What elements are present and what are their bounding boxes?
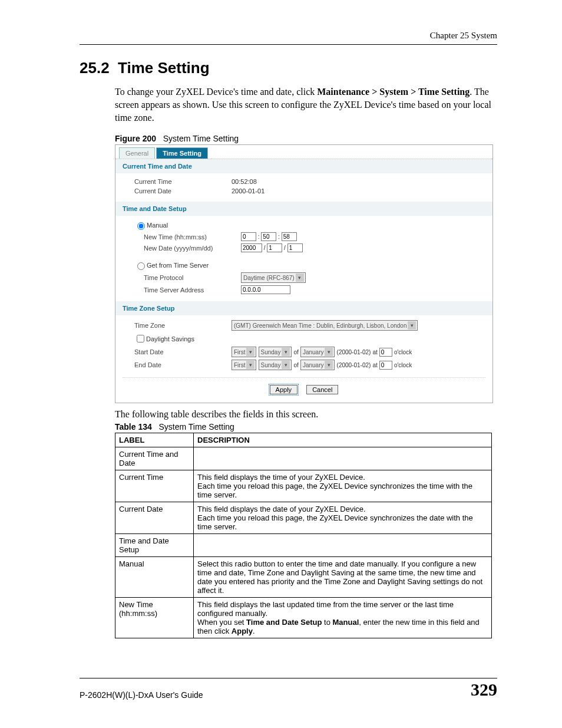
label-cell: Current Date <box>115 502 194 534</box>
getfrom-radio[interactable] <box>137 262 145 270</box>
table-intro: The following table describes the fields… <box>115 409 497 420</box>
start-ordinal-select[interactable]: First▾ <box>232 347 256 357</box>
current-date-value: 2000-01-01 <box>232 187 265 195</box>
start-month-select[interactable]: January▾ <box>300 347 335 357</box>
end-ordinal-select[interactable]: First▾ <box>232 360 256 370</box>
current-date-label: Current Date <box>134 187 232 195</box>
tab-time-setting[interactable]: Time Setting <box>156 147 208 159</box>
section-heading: 25.2 Time Setting <box>80 59 497 77</box>
description-cell <box>194 447 492 470</box>
screenshot-panel: General Time Setting Current Time and Da… <box>115 144 493 403</box>
time-zone-label: Time Zone <box>134 322 232 329</box>
guide-name: P-2602H(W)(L)-DxA User's Guide <box>80 690 203 700</box>
table-row: ManualSelect this radio button to enter … <box>115 557 492 598</box>
new-date-label: New Date (yyyy/mm/dd) <box>144 245 241 252</box>
end-computed-date: (2000-01-02) <box>337 362 371 368</box>
getfrom-label: Get from Time Server <box>147 262 209 269</box>
chevron-down-icon: ▾ <box>282 348 290 356</box>
chevron-down-icon: ▾ <box>325 348 333 356</box>
new-date-mm[interactable] <box>267 243 282 252</box>
chevron-down-icon: ▾ <box>246 348 254 356</box>
label-cell: Manual <box>115 557 194 598</box>
figure-title: System Time Setting <box>163 134 239 143</box>
table-row: Current TimeThis field displays the time… <box>115 470 492 502</box>
new-date-yyyy[interactable] <box>241 243 262 252</box>
start-day-select[interactable]: Sunday▾ <box>259 347 292 357</box>
chevron-down-icon: ▾ <box>282 361 290 369</box>
time-server-addr-input[interactable] <box>241 285 290 294</box>
chapter-header: Chapter 25 System <box>80 31 497 44</box>
table-number: Table 134 <box>115 422 152 431</box>
table-caption: Table 134 System Time Setting <box>115 422 497 431</box>
table-row: Time and Date Setup <box>115 534 492 557</box>
description-cell: This field displays the time of your ZyX… <box>194 470 492 502</box>
time-zone-select[interactable]: (GMT) Greenwich Mean Time : Dublin, Edin… <box>232 320 418 331</box>
end-day-select[interactable]: Sunday▾ <box>259 360 292 370</box>
table-row: New Time (hh:mm:ss)This field displays t… <box>115 598 492 638</box>
current-time-value: 00:52:08 <box>232 178 257 185</box>
apply-button[interactable]: Apply <box>270 385 298 394</box>
page-number: 329 <box>471 680 497 700</box>
table-title: System Time Setting <box>158 422 234 431</box>
start-date-label: Start Date <box>134 348 232 355</box>
end-hour-input[interactable] <box>379 361 392 370</box>
chevron-down-icon: ▾ <box>246 361 254 369</box>
time-server-addr-label: Time Server Address <box>144 286 241 294</box>
section-time-zone-setup: Time Zone Setup <box>115 301 492 315</box>
time-protocol-select[interactable]: Daytime (RFC-867) ▾ <box>241 272 306 283</box>
section-number: 25.2 <box>80 59 110 77</box>
cancel-button[interactable]: Cancel <box>306 385 338 394</box>
section-current-time-date: Current Time and Date <box>115 159 492 173</box>
top-rule <box>80 44 497 45</box>
description-cell: This field displays the date of your ZyX… <box>194 502 492 534</box>
table-row: Current DateThis field displays the date… <box>115 502 492 534</box>
chevron-down-icon: ▾ <box>296 274 304 282</box>
description-cell <box>194 534 492 557</box>
label-cell: Current Time <box>115 470 194 502</box>
description-table: LABEL DESCRIPTION Current Time and DateC… <box>115 433 492 638</box>
table-row: Current Time and Date <box>115 447 492 470</box>
time-protocol-label: Time Protocol <box>144 274 241 281</box>
end-date-label: End Date <box>134 361 232 368</box>
new-time-ss[interactable] <box>282 232 297 241</box>
current-time-label: Current Time <box>134 178 232 185</box>
figure-caption: Figure 200 System Time Setting <box>115 134 497 143</box>
label-cell: New Time (hh:mm:ss) <box>115 598 194 638</box>
col-description: DESCRIPTION <box>194 433 492 447</box>
manual-label: Manual <box>147 222 168 229</box>
new-time-mm[interactable] <box>261 232 276 241</box>
page-footer: P-2602H(W)(L)-DxA User's Guide 329 <box>80 678 497 700</box>
label-cell: Current Time and Date <box>115 447 194 470</box>
chevron-down-icon: ▾ <box>325 361 333 369</box>
tab-general[interactable]: General <box>119 147 155 159</box>
time-zone-value: (GMT) Greenwich Mean Time : Dublin, Edin… <box>234 322 406 329</box>
section-title: Time Setting <box>118 59 210 77</box>
chevron-down-icon: ▾ <box>408 321 416 330</box>
intro-paragraph: To change your ZyXEL Device's time and d… <box>115 85 497 124</box>
daylight-savings-checkbox[interactable] <box>137 335 144 342</box>
button-row: Apply Cancel <box>123 377 485 403</box>
end-month-select[interactable]: January▾ <box>300 360 335 370</box>
section-time-date-setup: Time and Date Setup <box>115 202 492 216</box>
new-time-label: New Time (hh:mm:ss) <box>144 233 241 241</box>
daylight-savings-label: Daylight Savings <box>146 335 194 342</box>
time-protocol-value: Daytime (RFC-867) <box>243 275 295 281</box>
tab-bar: General Time Setting <box>115 145 492 159</box>
label-cell: Time and Date Setup <box>115 534 194 557</box>
start-hour-input[interactable] <box>379 348 392 357</box>
figure-number: Figure 200 <box>115 134 156 143</box>
col-label: LABEL <box>115 433 194 447</box>
description-cell: This field displays the last updated tim… <box>194 598 492 638</box>
new-date-dd[interactable] <box>287 243 303 252</box>
start-computed-date: (2000-01-02) <box>337 349 371 355</box>
description-cell: Select this radio button to enter the ti… <box>194 557 492 598</box>
manual-radio[interactable] <box>137 222 145 230</box>
new-time-hh[interactable] <box>241 232 256 241</box>
